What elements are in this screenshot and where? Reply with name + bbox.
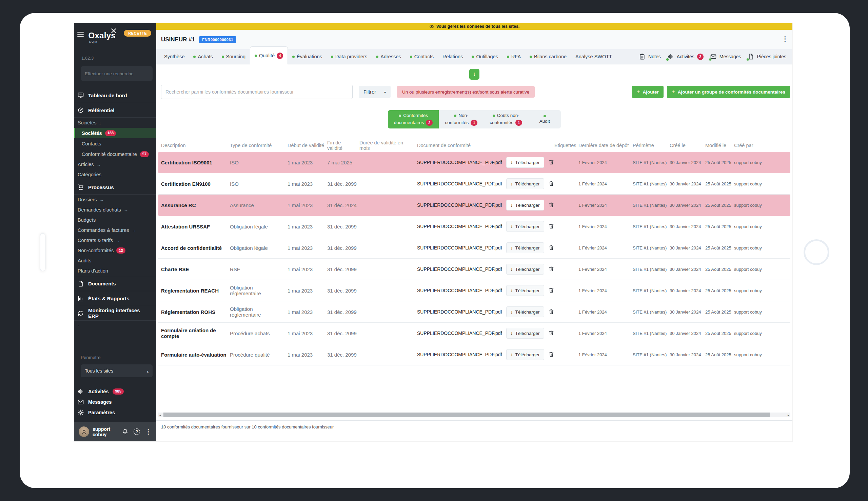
sidebar-search-input[interactable] <box>85 71 148 76</box>
header-action-activites[interactable]: Activités2 <box>667 53 703 60</box>
sidebar-item-categories[interactable]: Catégories <box>74 170 156 180</box>
tab-data-providers[interactable]: Data providers <box>327 49 372 64</box>
hamburger-menu-icon[interactable] <box>77 31 84 38</box>
download-button[interactable]: Télécharger <box>506 242 544 253</box>
scroll-down-button[interactable] <box>469 69 479 80</box>
avatar[interactable] <box>79 426 89 437</box>
download-button[interactable]: Télécharger <box>506 200 544 211</box>
delete-button[interactable] <box>548 180 554 187</box>
tab-synthese[interactable]: Synthèse <box>160 49 189 64</box>
tab-adresses[interactable]: Adresses <box>372 49 405 64</box>
sidebar-item-audits[interactable]: Audits <box>74 256 156 266</box>
table-row[interactable]: Accord de confidentialitéObligation léga… <box>158 237 790 259</box>
table-row[interactable]: Charte RSERSE1 mai 202331 déc. 2099SUPPL… <box>158 259 790 280</box>
cell-description: Assurance RC <box>161 202 230 208</box>
download-button[interactable]: Télécharger <box>506 157 544 168</box>
delete-button[interactable] <box>548 351 554 358</box>
table-row[interactable]: Certification ISO9001ISO1 mai 20237 mai … <box>158 152 790 173</box>
subtab-couts-non-conformites[interactable]: Coûts non-conformités1 <box>484 110 528 128</box>
table-row[interactable]: Assurance RCAssurance1 mai 202331 déc. 2… <box>158 194 790 216</box>
sidebar-item-demandes-d-achats[interactable]: Demandes d'achats→ <box>74 205 156 215</box>
add-group-button[interactable]: Ajouter un groupe de conformités documen… <box>667 86 790 98</box>
delete-button[interactable] <box>548 330 554 337</box>
sidebar-item-parametres[interactable]: Paramètres <box>77 407 153 418</box>
tab-outillages[interactable]: Outillages <box>467 49 502 64</box>
more-options-icon[interactable] <box>145 428 151 436</box>
table-row[interactable]: Formulaire création de compteProcédure a… <box>158 323 790 344</box>
sidebar-item-societes[interactable]: Sociétés↓ <box>74 118 156 128</box>
delete-button[interactable] <box>548 244 554 251</box>
scroll-right-icon[interactable] <box>788 413 789 417</box>
download-button[interactable]: Télécharger <box>506 264 544 275</box>
subtab-non-conformites[interactable]: Non-conformités1 <box>439 110 484 128</box>
results-summary: 10 conformités documentaires fournisseur… <box>161 424 334 429</box>
delete-button[interactable] <box>548 159 554 166</box>
tab-achats[interactable]: Achats <box>189 49 217 64</box>
table-row[interactable]: Certification EN9100ISO1 mai 202331 déc.… <box>158 173 790 194</box>
tab-evaluations[interactable]: Évaluations <box>288 49 327 64</box>
tab-contacts[interactable]: Contacts <box>405 49 438 64</box>
tab-bilans-carbone[interactable]: Bilans carbone <box>525 49 571 64</box>
download-button[interactable]: Télécharger <box>506 221 544 232</box>
sidebar-item-processus[interactable]: Processus <box>74 180 156 194</box>
delete-button[interactable] <box>548 202 554 209</box>
sidebar-item-budgets[interactable]: Budgets <box>74 215 156 225</box>
table-row[interactable]: Réglementation REACHObligation réglement… <box>158 280 790 301</box>
sidebar-item-articles[interactable]: Articles→ <box>74 159 156 170</box>
sidebar-item-monitoring-interfaces-erp[interactable]: Monitoring interfaces ERP <box>74 306 156 321</box>
sidebar-item-dossiers[interactable]: Dossiers→ <box>74 194 156 205</box>
tab-sourcing[interactable]: Sourcing <box>217 49 250 64</box>
sidebar-item-label: Plans d'action <box>78 268 108 274</box>
tab-analyse-swott[interactable]: Analyse SWOTT <box>571 49 616 64</box>
table-row[interactable]: Réglementation ROHSObligation réglementa… <box>158 301 790 323</box>
delete-button[interactable] <box>548 287 554 294</box>
subtab-audit[interactable]: Audit <box>528 110 561 128</box>
sidebar-item-activites[interactable]: Activités985 <box>77 386 153 397</box>
sidebar-item-conformite-documentaire[interactable]: Conformité documentaire57 <box>74 149 156 159</box>
sidebar-item-referentiel[interactable]: Référentiel <box>74 103 156 118</box>
table-row[interactable]: Formulaire auto-évaluationProcédure qual… <box>158 344 790 365</box>
cell-deposit-date: 1 Février 2024 <box>579 267 633 272</box>
download-button-label: Télécharger <box>515 224 540 229</box>
sidebar-item-non-conformites[interactable]: Non-conformités13 <box>74 245 156 256</box>
sidebar-item-messages[interactable]: Messages <box>77 397 153 407</box>
header-action-notes[interactable]: Notes <box>639 53 661 60</box>
header-action-pieces-jointes[interactable]: Pièces jointes <box>748 53 786 60</box>
bell-icon[interactable] <box>122 428 128 435</box>
download-button[interactable]: Télécharger <box>506 178 544 189</box>
sidebar-item-contrats-tarifs[interactable]: Contrats & tarifs→ <box>74 235 156 245</box>
tab-qualite[interactable]: Qualité4 <box>250 46 288 64</box>
horizontal-scrollbar[interactable] <box>158 413 790 417</box>
tab-rfa[interactable]: RFA <box>502 49 525 64</box>
delete-button[interactable] <box>548 223 554 230</box>
cell-modified-date: 25 Août 2025 <box>705 160 734 165</box>
download-button[interactable]: Télécharger <box>506 285 544 296</box>
sidebar-item-tableau-de-bord[interactable]: Tableau de bord <box>74 88 156 103</box>
download-button[interactable]: Télécharger <box>506 328 544 339</box>
header-action-messages[interactable]: Messages <box>710 53 741 60</box>
table-search-input[interactable] <box>166 89 348 95</box>
page-more-options-icon[interactable] <box>782 35 788 43</box>
scrollbar-thumb[interactable] <box>163 413 770 417</box>
cell-created-date: 30 Janvier 2024 <box>670 288 705 293</box>
sidebar-item-commandes-factures[interactable]: Commandes & factures→ <box>74 225 156 235</box>
sidebar-item-contacts[interactable]: Contacts <box>74 138 156 149</box>
sidebar-item-plans-d-action[interactable]: Plans d'action <box>74 266 156 276</box>
sidebar-item-documents[interactable]: Documents <box>74 276 156 291</box>
download-button[interactable]: Télécharger <box>506 307 544 317</box>
delete-button[interactable] <box>548 308 554 315</box>
delete-button[interactable] <box>548 266 554 273</box>
cell-created-by: support cobuy <box>734 309 790 315</box>
scroll-left-icon[interactable] <box>159 413 161 417</box>
table-row[interactable]: Attestation URSSAFObligation légale1 mai… <box>158 216 790 237</box>
download-button[interactable]: Télécharger <box>506 349 544 360</box>
add-button[interactable]: Ajouter <box>632 86 664 98</box>
help-icon[interactable] <box>134 428 140 435</box>
trash-icon <box>548 223 554 229</box>
subtab-conformites-documentaires[interactable]: Conformitésdocumentaires2 <box>388 110 439 128</box>
sidebar-item-societes[interactable]: Sociétés188 <box>74 128 156 138</box>
filter-button[interactable]: Filtrer <box>359 86 391 98</box>
tab-relations[interactable]: Relations <box>438 49 467 64</box>
sidebar-item-etats-rapports[interactable]: États & Rapports <box>74 291 156 306</box>
perimeter-select[interactable]: Tous les sites <box>81 364 152 377</box>
